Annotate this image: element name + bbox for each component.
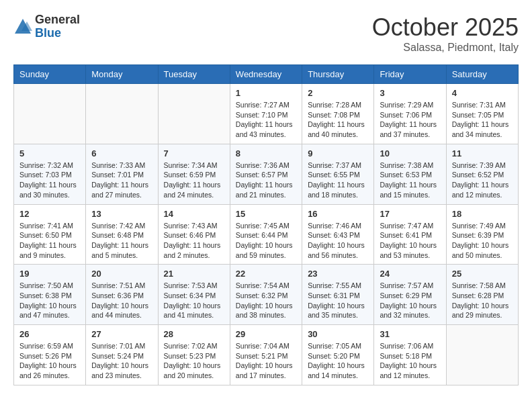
day-info: Sunrise: 7:33 AMSunset: 7:01 PMDaylight:… (91, 161, 152, 200)
calendar-day-29: 29Sunrise: 7:04 AMSunset: 5:21 PMDayligh… (230, 325, 302, 385)
calendar-day-14: 14Sunrise: 7:43 AMSunset: 6:46 PMDayligh… (158, 204, 230, 265)
day-info: Sunrise: 7:42 AMSunset: 6:48 PMDaylight:… (91, 221, 152, 261)
day-info: Sunrise: 7:29 AMSunset: 7:06 PMDaylight:… (380, 100, 440, 140)
calendar-day-8: 8Sunrise: 7:36 AMSunset: 6:57 PMDaylight… (230, 144, 302, 204)
day-info: Sunrise: 7:32 AMSunset: 7:03 PMDaylight:… (19, 161, 80, 200)
day-info: Sunrise: 7:06 AMSunset: 5:18 PMDaylight:… (380, 341, 440, 381)
calendar-day-17: 17Sunrise: 7:47 AMSunset: 6:41 PMDayligh… (374, 204, 446, 265)
day-number: 31 (380, 329, 440, 339)
day-number: 14 (164, 209, 224, 219)
calendar-day-2: 2Sunrise: 7:28 AMSunset: 7:08 PMDaylight… (302, 84, 374, 144)
weekday-header-friday: Friday (374, 65, 446, 84)
logo-blue-text: Blue (35, 26, 61, 40)
day-info: Sunrise: 7:31 AMSunset: 7:05 PMDaylight:… (452, 100, 513, 140)
weekday-header-saturday: Saturday (446, 65, 518, 84)
calendar-day-empty (446, 325, 518, 385)
day-number: 27 (91, 329, 152, 339)
day-number: 25 (452, 269, 513, 279)
calendar-week-row: 1Sunrise: 7:27 AMSunset: 7:10 PMDaylight… (14, 84, 519, 144)
calendar-day-21: 21Sunrise: 7:53 AMSunset: 6:34 PMDayligh… (158, 265, 230, 325)
calendar-day-4: 4Sunrise: 7:31 AMSunset: 7:05 PMDaylight… (446, 84, 518, 144)
day-info: Sunrise: 7:27 AMSunset: 7:10 PMDaylight:… (236, 100, 296, 140)
logo-text: General Blue (35, 13, 80, 40)
day-number: 22 (236, 269, 296, 279)
day-info: Sunrise: 7:05 AMSunset: 5:20 PMDaylight:… (308, 341, 368, 381)
page-header: General Blue October 2025 Salassa, Piedm… (13, 13, 519, 54)
calendar-day-25: 25Sunrise: 7:58 AMSunset: 6:28 PMDayligh… (446, 265, 518, 325)
calendar-day-28: 28Sunrise: 7:02 AMSunset: 5:23 PMDayligh… (158, 325, 230, 385)
weekday-header-monday: Monday (86, 65, 158, 84)
calendar-day-22: 22Sunrise: 7:54 AMSunset: 6:32 PMDayligh… (230, 265, 302, 325)
calendar-day-1: 1Sunrise: 7:27 AMSunset: 7:10 PMDaylight… (230, 84, 302, 144)
day-number: 3 (380, 88, 440, 98)
day-info: Sunrise: 7:51 AMSunset: 6:36 PMDaylight:… (91, 281, 152, 320)
day-number: 19 (19, 269, 80, 279)
day-number: 28 (164, 329, 224, 339)
calendar-day-23: 23Sunrise: 7:55 AMSunset: 6:31 PMDayligh… (302, 265, 374, 325)
day-info: Sunrise: 7:38 AMSunset: 6:53 PMDaylight:… (380, 161, 440, 200)
day-number: 18 (452, 209, 513, 219)
weekday-header-thursday: Thursday (302, 65, 374, 84)
day-number: 30 (308, 329, 368, 339)
logo: General Blue (13, 13, 80, 40)
logo-icon (13, 17, 32, 36)
day-info: Sunrise: 7:53 AMSunset: 6:34 PMDaylight:… (164, 281, 224, 320)
day-info: Sunrise: 7:49 AMSunset: 6:39 PMDaylight:… (452, 221, 513, 261)
calendar-day-5: 5Sunrise: 7:32 AMSunset: 7:03 PMDaylight… (14, 144, 86, 204)
day-number: 6 (91, 148, 152, 158)
day-number: 4 (452, 88, 513, 98)
location: Salassa, Piedmont, Italy (372, 42, 519, 54)
day-info: Sunrise: 7:41 AMSunset: 6:50 PMDaylight:… (19, 221, 80, 261)
day-info: Sunrise: 7:02 AMSunset: 5:23 PMDaylight:… (164, 341, 224, 381)
day-number: 11 (452, 148, 513, 158)
day-number: 21 (164, 269, 224, 279)
calendar-day-9: 9Sunrise: 7:37 AMSunset: 6:55 PMDaylight… (302, 144, 374, 204)
day-number: 20 (91, 269, 152, 279)
day-number: 2 (308, 88, 368, 98)
calendar-day-27: 27Sunrise: 7:01 AMSunset: 5:24 PMDayligh… (86, 325, 158, 385)
day-number: 12 (19, 209, 80, 219)
calendar-day-6: 6Sunrise: 7:33 AMSunset: 7:01 PMDaylight… (86, 144, 158, 204)
calendar-day-31: 31Sunrise: 7:06 AMSunset: 5:18 PMDayligh… (374, 325, 446, 385)
day-info: Sunrise: 7:34 AMSunset: 6:59 PMDaylight:… (164, 161, 224, 200)
calendar-day-12: 12Sunrise: 7:41 AMSunset: 6:50 PMDayligh… (14, 204, 86, 265)
day-number: 17 (380, 209, 440, 219)
day-number: 5 (19, 148, 80, 158)
weekday-header-sunday: Sunday (14, 65, 86, 84)
calendar-day-24: 24Sunrise: 7:57 AMSunset: 6:29 PMDayligh… (374, 265, 446, 325)
day-number: 7 (164, 148, 224, 158)
calendar-day-10: 10Sunrise: 7:38 AMSunset: 6:53 PMDayligh… (374, 144, 446, 204)
logo-general-text: General (35, 13, 80, 26)
day-number: 15 (236, 209, 296, 219)
day-info: Sunrise: 7:04 AMSunset: 5:21 PMDaylight:… (236, 341, 296, 381)
calendar-week-row: 19Sunrise: 7:50 AMSunset: 6:38 PMDayligh… (14, 265, 519, 325)
day-info: Sunrise: 7:58 AMSunset: 6:28 PMDaylight:… (452, 281, 513, 320)
calendar-day-empty (158, 84, 230, 144)
weekday-header-wednesday: Wednesday (230, 65, 302, 84)
day-info: Sunrise: 7:50 AMSunset: 6:38 PMDaylight:… (19, 281, 80, 320)
calendar-day-empty (14, 84, 86, 144)
calendar-day-18: 18Sunrise: 7:49 AMSunset: 6:39 PMDayligh… (446, 204, 518, 265)
calendar-week-row: 26Sunrise: 6:59 AMSunset: 5:26 PMDayligh… (14, 325, 519, 385)
calendar-week-row: 12Sunrise: 7:41 AMSunset: 6:50 PMDayligh… (14, 204, 519, 265)
day-info: Sunrise: 7:01 AMSunset: 5:24 PMDaylight:… (91, 341, 152, 381)
title-area: October 2025 Salassa, Piedmont, Italy (372, 13, 519, 54)
calendar-day-11: 11Sunrise: 7:39 AMSunset: 6:52 PMDayligh… (446, 144, 518, 204)
day-info: Sunrise: 7:39 AMSunset: 6:52 PMDaylight:… (452, 161, 513, 200)
calendar-day-15: 15Sunrise: 7:45 AMSunset: 6:44 PMDayligh… (230, 204, 302, 265)
day-info: Sunrise: 7:28 AMSunset: 7:08 PMDaylight:… (308, 100, 368, 140)
calendar-week-row: 5Sunrise: 7:32 AMSunset: 7:03 PMDaylight… (14, 144, 519, 204)
calendar-day-16: 16Sunrise: 7:46 AMSunset: 6:43 PMDayligh… (302, 204, 374, 265)
day-info: Sunrise: 7:43 AMSunset: 6:46 PMDaylight:… (164, 221, 224, 261)
calendar-day-30: 30Sunrise: 7:05 AMSunset: 5:20 PMDayligh… (302, 325, 374, 385)
day-info: Sunrise: 7:36 AMSunset: 6:57 PMDaylight:… (236, 161, 296, 200)
day-info: Sunrise: 7:57 AMSunset: 6:29 PMDaylight:… (380, 281, 440, 320)
weekday-header-row: SundayMondayTuesdayWednesdayThursdayFrid… (14, 65, 519, 84)
day-number: 9 (308, 148, 368, 158)
day-info: Sunrise: 7:46 AMSunset: 6:43 PMDaylight:… (308, 221, 368, 261)
day-number: 23 (308, 269, 368, 279)
day-info: Sunrise: 7:54 AMSunset: 6:32 PMDaylight:… (236, 281, 296, 320)
calendar-day-19: 19Sunrise: 7:50 AMSunset: 6:38 PMDayligh… (14, 265, 86, 325)
calendar-table: SundayMondayTuesdayWednesdayThursdayFrid… (13, 64, 519, 385)
calendar-day-7: 7Sunrise: 7:34 AMSunset: 6:59 PMDaylight… (158, 144, 230, 204)
